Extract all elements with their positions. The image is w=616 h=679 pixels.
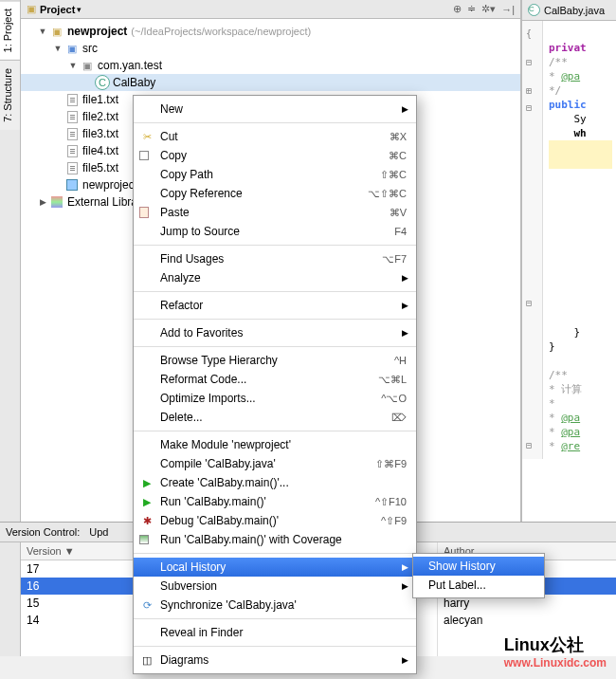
menu-item[interactable]: Compile 'CalBaby.java'⇧⌘F9: [134, 454, 416, 473]
context-menu: New▶✂Cut⌘XCopy⌘CCopy Path⇧⌘CCopy Referen…: [133, 95, 417, 674]
dropdown-icon[interactable]: ▾: [77, 5, 82, 14]
menu-show-history[interactable]: Show History: [413, 557, 544, 576]
menu-separator: [134, 319, 416, 320]
menu-label: Run 'CalBaby.main()': [160, 495, 266, 508]
editor-panel: C CalBaby.java { ⊟ ⊞ ⊟ ⊟ ⊟ privat /** * …: [521, 0, 616, 522]
structure-tab[interactable]: 7: Structure: [0, 60, 20, 130]
menu-item[interactable]: Jump to SourceF4: [134, 222, 416, 241]
menu-item[interactable]: Copy Reference⌥⇧⌘C: [134, 184, 416, 203]
collapse-icon[interactable]: →|: [501, 4, 515, 15]
submenu-arrow-icon: ▶: [402, 273, 408, 283]
tree-src[interactable]: ▼▣ src: [21, 40, 520, 57]
debug-icon: ✱: [139, 513, 154, 528]
editor-tab-label: CalBaby.java: [544, 5, 605, 16]
left-tab-strip: 1: Project 7: Structure: [0, 0, 21, 522]
menu-label: Delete...: [160, 411, 203, 424]
watermark: Linux公社 www.Linuxidc.com: [504, 633, 607, 670]
menu-label: Run 'CalBaby.main()' with Coverage: [160, 533, 342, 546]
menu-item[interactable]: Refactor▶: [134, 296, 416, 315]
submenu-arrow-icon: ▶: [402, 655, 408, 665]
menu-shortcut: ^H: [394, 355, 407, 366]
menu-item[interactable]: ✱Debug 'CalBaby.main()'^⇧F9: [134, 511, 416, 530]
diag-icon: ◫: [139, 652, 154, 668]
menu-label: Jump to Source: [160, 225, 240, 238]
menu-item[interactable]: ▶Create 'CalBaby.main()'...: [134, 473, 416, 492]
menu-label: New: [160, 102, 183, 116]
menu-label: Create 'CalBaby.main()'...: [160, 476, 289, 489]
menu-label: Paste: [160, 206, 190, 219]
code-area[interactable]: { ⊟ ⊞ ⊟ ⊟ ⊟ privat /** * @pa */ public S…: [522, 21, 616, 459]
vc-tab[interactable]: Upd: [89, 526, 108, 538]
menu-item[interactable]: Reveal in Finder: [134, 623, 416, 642]
local-history-submenu: Show History Put Label...: [412, 553, 545, 598]
copy-icon: [139, 151, 149, 160]
menu-item[interactable]: Copy⌘C: [134, 146, 416, 165]
menu-label: Synchronize 'CalBaby.java': [160, 598, 297, 612]
tree-package[interactable]: ▼▣ com.yan.test: [21, 57, 520, 74]
menu-item[interactable]: Make Module 'newproject': [134, 435, 416, 454]
menu-separator: [134, 346, 416, 347]
menu-label: Copy: [160, 149, 187, 162]
menu-shortcut: ⇧⌘C: [380, 169, 407, 181]
menu-shortcut: ^⇧F9: [381, 515, 407, 527]
tree-class-calbaby[interactable]: C CalBaby: [21, 74, 520, 91]
menu-shortcut: ^⌥O: [381, 393, 407, 405]
class-icon: C: [528, 4, 540, 16]
menu-item[interactable]: Run 'CalBaby.main()' with Coverage: [134, 530, 416, 549]
menu-item[interactable]: New▶: [134, 100, 416, 119]
menu-label: Cut: [160, 130, 178, 143]
menu-separator: [134, 245, 416, 246]
vc-author-cell[interactable]: alecyan: [438, 612, 616, 629]
menu-item[interactable]: ⟳Synchronize 'CalBaby.java': [134, 596, 416, 615]
project-panel-header: ▣ Project ▾ ⊕ ≑ ✲▾ →|: [21, 0, 520, 19]
menu-item[interactable]: Add to Favorites▶: [134, 323, 416, 342]
menu-shortcut: ⌥⌘L: [378, 374, 407, 386]
submenu-arrow-icon: ▶: [402, 328, 408, 338]
target-icon[interactable]: ⊕: [453, 3, 462, 15]
menu-item[interactable]: Paste⌘V: [134, 203, 416, 222]
tree-root[interactable]: ▼▣ newproject(~/IdeaProjects/workspace/n…: [21, 23, 520, 40]
menu-shortcut: ⇧⌘F9: [375, 458, 407, 470]
menu-item[interactable]: Browse Type Hierarchy^H: [134, 351, 416, 370]
gear-icon[interactable]: ✲▾: [481, 3, 496, 15]
menu-item[interactable]: Subversion▶: [134, 577, 416, 596]
sync-icon: ⟳: [139, 597, 154, 613]
menu-item[interactable]: ▶Run 'CalBaby.main()'^⇧F10: [134, 492, 416, 511]
menu-separator: [134, 122, 416, 123]
menu-item[interactable]: Local History▶: [134, 558, 416, 577]
menu-item[interactable]: ✂Cut⌘X: [134, 127, 416, 146]
menu-label: Analyze: [160, 271, 201, 284]
editor-gutter: { ⊟ ⊞ ⊟ ⊟ ⊟: [522, 21, 543, 459]
editor-tab[interactable]: C CalBaby.java: [522, 0, 616, 21]
menu-separator: [134, 553, 416, 554]
sort-icon[interactable]: ≑: [467, 3, 476, 15]
menu-item[interactable]: Delete...⌦: [134, 408, 416, 427]
menu-label: Optimize Imports...: [160, 392, 256, 405]
menu-item[interactable]: Reformat Code...⌥⌘L: [134, 370, 416, 389]
panel-title: Project: [40, 4, 75, 15]
submenu-arrow-icon: ▶: [402, 301, 408, 310]
menu-label: Copy Path: [160, 168, 213, 181]
menu-shortcut: ⌦: [391, 412, 407, 424]
menu-put-label[interactable]: Put Label...: [413, 576, 544, 595]
menu-label: Refactor: [160, 299, 203, 312]
project-tab[interactable]: 1: Project: [0, 0, 20, 60]
menu-label: Compile 'CalBaby.java': [160, 457, 276, 470]
menu-shortcut: ⌘V: [390, 207, 407, 219]
menu-label: Reformat Code...: [160, 373, 246, 386]
menu-item[interactable]: Copy Path⇧⌘C: [134, 165, 416, 184]
submenu-arrow-icon: ▶: [402, 104, 408, 114]
menu-item[interactable]: Find Usages⌥F7: [134, 249, 416, 268]
menu-shortcut: ⌥F7: [382, 253, 407, 266]
menu-separator: [134, 431, 416, 431]
menu-separator: [134, 291, 416, 292]
menu-shortcut: ⌥⇧⌘C: [368, 188, 407, 200]
menu-item[interactable]: ◫Diagrams▶: [134, 651, 416, 670]
paste-icon: [139, 207, 149, 218]
menu-separator: [134, 646, 416, 647]
menu-item[interactable]: Optimize Imports...^⌥O: [134, 389, 416, 408]
submenu-arrow-icon: ▶: [402, 581, 408, 591]
cov-icon: [139, 535, 149, 544]
vc-header-label: Version Control:: [6, 526, 80, 538]
menu-item[interactable]: Analyze▶: [134, 268, 416, 287]
